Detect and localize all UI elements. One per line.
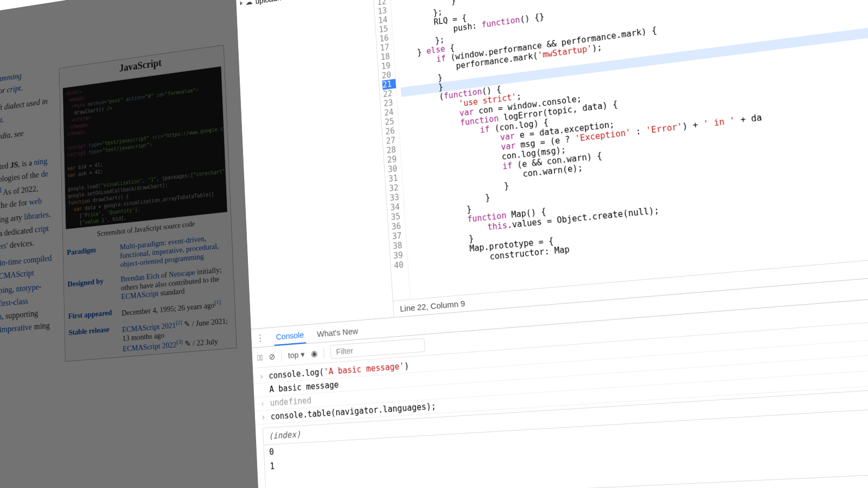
infobox-link[interactable]: Multi-paradigm: event-driven, functional…: [120, 234, 219, 268]
kebab-icon[interactable]: ⋮: [255, 329, 265, 348]
input-chevron-icon: ›: [261, 413, 266, 423]
filter-input[interactable]: Filter: [330, 338, 425, 359]
eye-icon[interactable]: ◉: [311, 349, 318, 359]
devtools-panel: wiki JavaScript ☁ upload.wikimedia.org 7…: [235, 0, 868, 488]
code-editor[interactable]: 7891011121314151617181920212223242526272…: [371, 0, 868, 317]
tab-whats-new[interactable]: What's New: [315, 322, 361, 342]
infobox-row-key: Paradigm: [63, 240, 117, 277]
wiki-link[interactable]: cript: [7, 84, 21, 94]
file-tree[interactable]: wiki JavaScript ☁ upload.wikimedia.org: [235, 0, 394, 329]
input-chevron-icon: ›: [259, 372, 264, 382]
domain-label: upload.wikimedia.org: [255, 0, 324, 5]
infobox-row-key: Stable release: [65, 321, 119, 361]
infobox-row-key: Designed by: [64, 272, 118, 309]
tree-domain[interactable]: ☁ upload.wikimedia.org: [236, 0, 373, 10]
wikipedia-article: Script ia, the free encyclopedia JavaScr…: [0, 0, 264, 488]
infobox-image: <html> <head> <form method="post" action…: [62, 66, 227, 230]
context-selector[interactable]: top ▾: [288, 349, 305, 360]
code-area[interactable]: while (window. NORLQ.shift()(); } NORLQ …: [387, 0, 868, 299]
clear-icon[interactable]: ⊘: [269, 352, 276, 362]
return-chevron-icon: ‹: [260, 399, 265, 409]
play-icon[interactable]: ▸⃞: [257, 353, 263, 363]
cloud-icon: ☁: [245, 0, 253, 7]
infobox: JavaScript <html> <head> <form method="p…: [59, 45, 237, 362]
tab-console[interactable]: Console: [273, 325, 306, 345]
disclosure-icon[interactable]: [240, 1, 243, 5]
